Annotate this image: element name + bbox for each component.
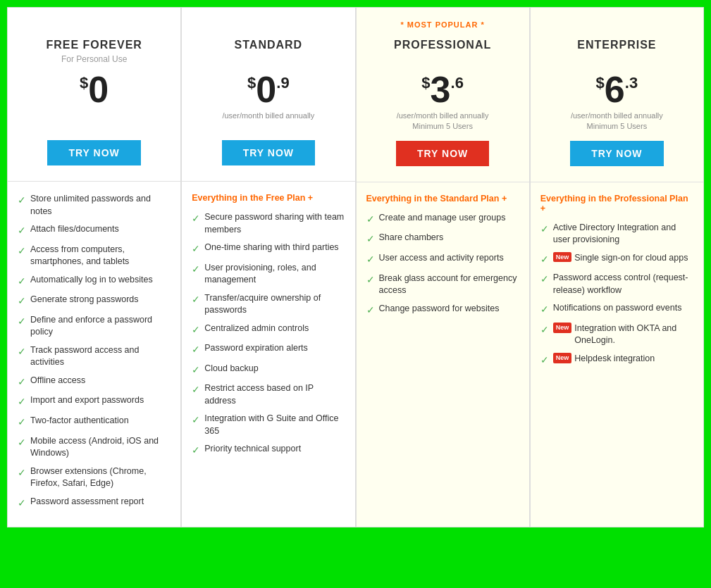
- feature-text: Import and export passwords: [30, 394, 171, 407]
- price-dollar-professional: $: [421, 74, 430, 92]
- feature-item: ✓Active Directory Integration and user p…: [540, 222, 693, 246]
- feature-item: ✓Share chambers: [366, 232, 519, 246]
- price-main-professional: 3: [431, 71, 451, 108]
- plan-features-professional: Everything in the Standard Plan +✓Create…: [357, 182, 529, 527]
- feature-text: Secure password sharing with team member…: [204, 211, 345, 236]
- feature-text: Password expiration alerts: [204, 342, 345, 355]
- feature-item: ✓NewHelpdesk integration: [540, 353, 693, 368]
- price-billing-professional: /user/month billed annually Minimum 5 Us…: [368, 111, 518, 132]
- feature-item: ✓Track password access and activities: [18, 344, 171, 369]
- feature-item: ✓Change password for websites: [366, 303, 519, 318]
- price-main-standard: 0: [256, 71, 276, 108]
- checkmark-icon: ✓: [18, 375, 26, 389]
- try-now-button-enterprise[interactable]: TRY NOW: [570, 141, 663, 166]
- plan-subtitle-professional: [368, 54, 518, 65]
- checkmark-icon: ✓: [366, 304, 375, 318]
- checkmark-icon: ✓: [540, 354, 549, 368]
- plan-header-enterprise: ENTERPRISE$6.3/user/month billed annuall…: [531, 8, 703, 182]
- price-main-enterprise: 6: [605, 71, 625, 108]
- checkmark-icon: ✓: [540, 273, 549, 287]
- feature-text: Break glass account for emergency access: [379, 273, 519, 297]
- plan-subtitle-free: For Personal Use: [19, 54, 169, 65]
- new-badge: New: [553, 252, 572, 263]
- most-popular-badge-free: [19, 20, 169, 33]
- feature-text: Single sign-on for cloud apps: [574, 252, 693, 265]
- most-popular-badge-professional: * MOST POPULAR *: [368, 20, 518, 33]
- plan-features-enterprise: Everything in the Professional Plan +✓Ac…: [531, 182, 703, 527]
- checkmark-icon: ✓: [540, 323, 549, 337]
- checkmark-icon: ✓: [192, 323, 200, 337]
- plan-header-free: FREE FOREVERFor Personal Use$0TRY NOW: [8, 8, 180, 182]
- checkmark-icon: ✓: [18, 345, 26, 359]
- feature-text: Browser extensions (Chrome, Firefox, Saf…: [30, 465, 171, 490]
- checkmark-icon: ✓: [18, 466, 26, 480]
- plan-subtitle-enterprise: [542, 54, 692, 65]
- checkmark-icon: ✓: [18, 275, 26, 289]
- price-decimal-professional: .6: [451, 74, 464, 92]
- feature-item: ✓Transfer/acquire ownership of passwords: [192, 292, 345, 317]
- plan-card-professional: * MOST POPULAR *PROFESSIONAL$3.6/user/mo…: [356, 7, 530, 527]
- checkmark-icon: ✓: [540, 223, 549, 237]
- feature-item: ✓NewIntegration with OKTA and OneLogin.: [540, 323, 693, 347]
- new-badge: New: [553, 353, 572, 363]
- feature-text: Centralized admin controls: [204, 323, 345, 335]
- feature-text: Integration with G Suite and Office 365: [204, 413, 345, 437]
- feature-item: ✓Password access control (request-releas…: [540, 272, 693, 296]
- feature-text: Change password for websites: [379, 303, 519, 315]
- checkmark-icon: ✓: [366, 213, 375, 227]
- plan-name-enterprise: ENTERPRISE: [542, 39, 692, 51]
- checkmark-icon: ✓: [18, 436, 26, 450]
- feature-item: ✓Cloud backup: [192, 363, 345, 377]
- feature-item: ✓Break glass account for emergency acces…: [366, 273, 519, 297]
- plan-name-professional: PROFESSIONAL: [368, 39, 518, 51]
- price-main-free: 0: [88, 71, 109, 108]
- feature-item: ✓Notifications on password events: [540, 302, 693, 317]
- feature-text: Helpdesk integration: [574, 353, 693, 365]
- feature-item: ✓User access and activity reports: [366, 252, 519, 267]
- checkmark-icon: ✓: [192, 444, 200, 458]
- plan-name-standard: STANDARD: [193, 39, 343, 51]
- checkmark-icon: ✓: [540, 253, 549, 267]
- price-dollar-standard: $: [247, 74, 256, 92]
- feature-text: Define and enforce a password policy: [30, 314, 171, 339]
- try-now-button-standard[interactable]: TRY NOW: [222, 140, 315, 165]
- price-row-enterprise: $6.3: [542, 71, 692, 108]
- checkmark-icon: ✓: [366, 273, 375, 287]
- price-billing-standard: /user/month billed annually: [193, 111, 343, 132]
- feature-item: ✓Attach files/documents: [18, 223, 171, 238]
- plan-name-free: FREE FOREVER: [19, 39, 169, 51]
- checkmark-icon: ✓: [18, 244, 26, 258]
- feature-item: ✓Browser extensions (Chrome, Firefox, Sa…: [18, 465, 171, 490]
- feature-item: ✓Create and manage user groups: [366, 212, 519, 227]
- plan-header-professional: * MOST POPULAR *PROFESSIONAL$3.6/user/mo…: [357, 8, 529, 182]
- feature-text: Store unlimited passwords and notes: [30, 193, 171, 218]
- features-heading-standard: Everything in the Free Plan +: [192, 193, 345, 203]
- feature-text: Two-factor authentication: [30, 415, 171, 427]
- price-row-professional: $3.6: [368, 71, 518, 108]
- plan-card-standard: STANDARD$0.9/user/month billed annuallyT…: [181, 7, 355, 527]
- feature-text: Password access control (request-release…: [553, 272, 693, 296]
- feature-text: Mobile access (Android, iOS and Windows): [30, 435, 171, 460]
- feature-text: Create and manage user groups: [379, 212, 519, 225]
- checkmark-icon: ✓: [18, 315, 26, 329]
- price-row-free: $0: [19, 71, 169, 108]
- plan-features-standard: Everything in the Free Plan +✓Secure pas…: [182, 182, 354, 527]
- feature-text: Restrict access based on IP address: [204, 382, 345, 407]
- feature-text: Notifications on password events: [553, 302, 693, 315]
- try-now-button-professional[interactable]: TRY NOW: [396, 141, 489, 166]
- checkmark-icon: ✓: [192, 383, 200, 397]
- most-popular-badge-enterprise: [542, 20, 692, 33]
- checkmark-icon: ✓: [192, 242, 200, 256]
- feature-text: Access from computers, smartphones, and …: [30, 244, 171, 268]
- checkmark-icon: ✓: [192, 363, 200, 377]
- feature-item: ✓Automatically log in to websites: [18, 274, 171, 289]
- try-now-button-free[interactable]: TRY NOW: [47, 140, 140, 165]
- plan-subtitle-standard: [193, 54, 343, 65]
- checkmark-icon: ✓: [18, 496, 26, 511]
- feature-text: User access and activity reports: [379, 252, 519, 265]
- plan-card-free: FREE FOREVERFor Personal Use$0TRY NOW✓St…: [7, 7, 181, 527]
- feature-item: ✓Two-factor authentication: [18, 415, 171, 430]
- new-badge: New: [553, 323, 572, 333]
- feature-text: Offline access: [30, 375, 171, 387]
- feature-text: Transfer/acquire ownership of passwords: [204, 292, 345, 317]
